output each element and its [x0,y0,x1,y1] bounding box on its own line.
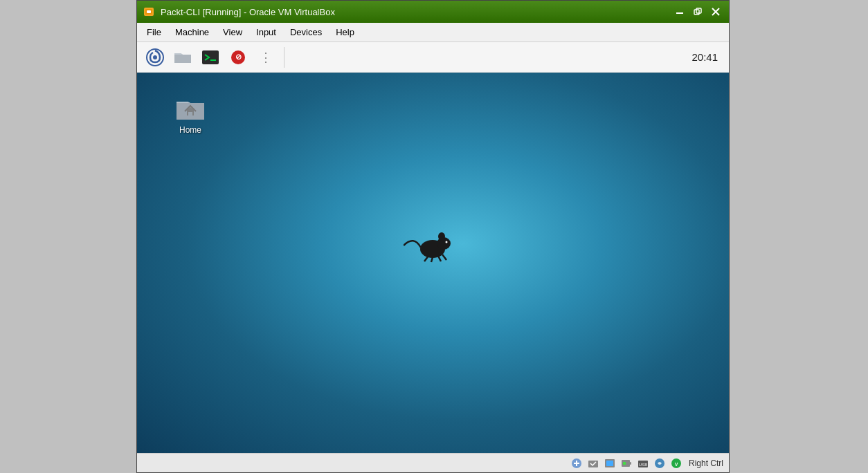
menu-help[interactable]: Help [329,25,361,39]
menu-input[interactable]: Input [249,25,283,39]
menu-view[interactable]: View [216,25,249,39]
status-icon-1[interactable] [570,456,584,470]
svg-point-11 [438,232,445,241]
title-bar-left: Packt-CLI [Running] - Oracle VM VirtualB… [143,5,672,19]
restore-button[interactable] [690,4,705,19]
menu-file[interactable]: File [140,25,168,39]
status-icon-3[interactable] [603,456,617,470]
close-button[interactable] [708,4,723,19]
svg-text:USB: USB [639,463,647,467]
status-icon-2[interactable] [586,456,600,470]
title-bar: Packt-CLI [Running] - Oracle VM VirtualB… [137,1,729,23]
status-icon-4[interactable] [620,456,633,470]
svg-rect-2 [147,10,151,13]
toolbar-clock: 20:41 [691,51,723,63]
svg-rect-8 [188,112,192,115]
toolbar-cyclone-button[interactable] [143,45,168,70]
toolbar-folder-button[interactable] [170,45,195,70]
virtualbox-window: Packt-CLI [Running] - Oracle VM VirtualB… [136,0,730,473]
home-folder-label: Home [179,125,201,135]
svg-rect-19 [623,462,626,465]
virtualbox-icon [143,5,156,19]
svg-point-12 [446,241,448,243]
svg-point-6 [153,55,157,59]
status-icon-6[interactable] [653,456,667,470]
menu-machine[interactable]: Machine [168,25,216,39]
svg-rect-7 [202,50,219,64]
window-title: Packt-CLI [Running] - Oracle VM VirtualB… [161,7,335,17]
svg-text:V: V [675,462,678,467]
minimize-button[interactable] [672,4,687,19]
menu-devices[interactable]: Devices [283,25,329,39]
toolbar-stop-button[interactable]: ⊘ [226,45,251,70]
status-bar: USB V Right Ctrl [137,453,729,472]
status-icon-7[interactable]: V [669,456,683,470]
vm-desktop[interactable]: Home [137,73,729,453]
toolbar-more-button[interactable]: ⋮ [253,45,278,70]
right-ctrl-label: Right Ctrl [689,458,723,468]
mouse-cursor [404,228,452,263]
svg-rect-18 [630,462,631,465]
status-icon-5[interactable]: USB [636,456,650,470]
toolbar-terminal-button[interactable] [198,45,223,70]
toolbar-separator [284,47,284,68]
svg-rect-16 [606,461,613,466]
toolbar: ⊘ ⋮ 20:41 [137,42,729,73]
no-sign-icon: ⊘ [231,50,245,64]
menu-bar: File Machine View Input Devices Help [137,23,729,42]
desktop-home-icon[interactable]: Home [168,92,213,135]
title-buttons [672,4,723,19]
